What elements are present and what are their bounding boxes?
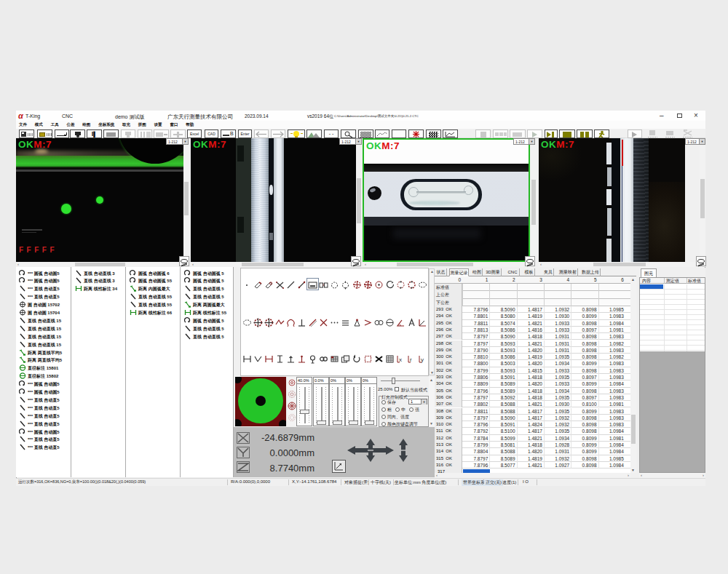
svg-text:x: x [399, 356, 402, 363]
svg-text:r: r [410, 356, 412, 363]
svg-text:y: y [421, 356, 424, 363]
